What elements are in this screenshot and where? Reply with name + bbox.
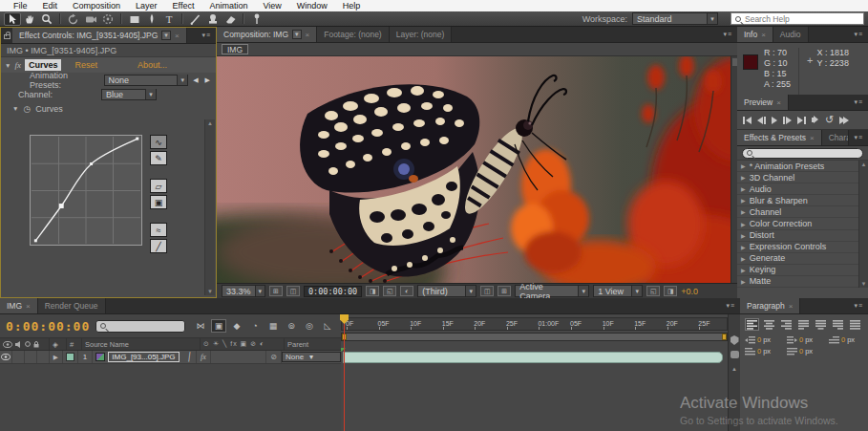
effects-list-scrollbar[interactable]: ▲ ▼	[858, 161, 868, 288]
menu-window[interactable]: Window	[289, 0, 335, 11]
safe-margins-icon[interactable]: ⊞	[269, 286, 283, 296]
comp-button-icon[interactable]	[730, 351, 739, 358]
graph-editor-icon[interactable]: ◺	[320, 319, 335, 333]
align-right-icon[interactable]	[779, 318, 794, 331]
tab-effect-controls[interactable]: Effect Controls: IMG_[9351-9405].JPG ▾ ×	[12, 28, 187, 43]
right-indent-field[interactable]: 0px	[787, 335, 829, 344]
comp-nav-chip[interactable]: IMG	[222, 44, 248, 54]
justify-last-right-icon[interactable]	[831, 318, 845, 331]
disclosure-closed-icon[interactable]: ▶	[741, 185, 746, 192]
menu-view[interactable]: View	[255, 0, 288, 11]
preset-prev-icon[interactable]: ◀	[193, 76, 200, 84]
category-blur-sharpen[interactable]: ▶Blur & Sharpen	[737, 195, 868, 206]
view-layout-select[interactable]: 1 View ▾	[593, 285, 643, 297]
selection-tool-icon[interactable]	[4, 12, 21, 26]
help-search-input[interactable]	[745, 14, 850, 24]
channel-select[interactable]: Blue ▾	[101, 89, 157, 100]
disclosure-closed-icon[interactable]: ▶	[741, 174, 746, 181]
time-ruler[interactable]: 0F 05F 10F 15F 20F 25F 01:00F 05F 10F 15…	[341, 317, 728, 331]
panel-menu-icon[interactable]: ▾≡	[718, 27, 737, 42]
menu-edit[interactable]: Edit	[35, 0, 66, 11]
category-keying[interactable]: ▶Keying	[737, 265, 868, 276]
category-animation-presets[interactable]: ▶* Animation Presets	[737, 161, 868, 172]
panel-menu-icon[interactable]: ▾≡	[849, 95, 868, 110]
tab-dropdown-icon[interactable]: ▾	[161, 31, 171, 40]
frame-blending-icon[interactable]: ▦	[265, 319, 281, 333]
camera-select[interactable]: Active Camera ▾	[515, 285, 589, 297]
target-region-icon[interactable]: ◫	[480, 286, 494, 296]
hand-tool-icon[interactable]	[21, 12, 38, 26]
disclosure-open-icon[interactable]: ▼	[5, 62, 11, 69]
tab-dropdown-icon[interactable]: ▾	[292, 30, 302, 39]
panel-menu-icon[interactable]: ▾≡	[849, 130, 868, 145]
pen-tool-icon[interactable]	[143, 12, 160, 26]
first-frame-button[interactable]	[743, 114, 752, 126]
effect-controls-scrollbar[interactable]: ▲ ▼	[204, 119, 215, 295]
justify-last-left-icon[interactable]	[796, 318, 811, 331]
panel-menu-icon[interactable]: ▾≡	[849, 298, 868, 313]
disclosure-closed-icon[interactable]: ▶	[741, 267, 746, 273]
shy-layers-icon[interactable]: ◔	[247, 319, 263, 333]
eraser-tool-icon[interactable]	[222, 12, 239, 26]
layer-parent-select[interactable]: None▾	[282, 351, 341, 363]
first-line-indent-field[interactable]: 0px	[829, 335, 867, 344]
brush-tool-icon[interactable]	[187, 12, 204, 26]
tab-audio[interactable]: Audio	[773, 27, 809, 42]
layer-expander[interactable]: ▶	[50, 351, 63, 363]
reset-link[interactable]: Reset	[74, 60, 97, 70]
curve-tool-icon[interactable]: ∿	[150, 135, 167, 149]
scroll-up-icon[interactable]: ▲	[861, 162, 867, 167]
open-curve-icon[interactable]: ▱	[150, 179, 167, 193]
menu-file[interactable]: File	[6, 0, 35, 11]
audio-toggle-icon[interactable]	[812, 114, 819, 126]
transparency-grid-icon[interactable]: ⊞	[498, 286, 511, 296]
disclosure-open-icon[interactable]: ▼	[12, 105, 18, 112]
parent-pickwhip-icon[interactable]: ⊘	[266, 351, 282, 363]
smooth-curve-icon[interactable]: ≈	[150, 223, 167, 237]
menu-effect[interactable]: Effect	[165, 0, 202, 11]
strip-scroll-up-icon[interactable]: ▲	[729, 366, 740, 372]
scroll-down-icon[interactable]: ▼	[861, 281, 867, 287]
tab-preview[interactable]: Preview ×	[737, 95, 789, 110]
category-channel[interactable]: ▶Channel	[737, 206, 868, 218]
work-area-bar[interactable]	[341, 333, 728, 341]
layer-label-color[interactable]	[63, 351, 78, 363]
composition-viewer[interactable]	[217, 56, 737, 283]
animation-presets-select[interactable]: None ▾	[104, 75, 189, 86]
effects-search-box[interactable]	[742, 148, 863, 159]
comp-marker-icon[interactable]	[730, 335, 739, 345]
show-snapshot-icon[interactable]: ◱	[383, 286, 396, 296]
snapshot-icon[interactable]: ◨	[366, 286, 379, 296]
scroll-up-icon[interactable]: ▲	[207, 120, 213, 126]
comp-flowchart-icon[interactable]: ⋈	[193, 319, 208, 333]
category-expression-controls[interactable]: ▶Expression Controls	[737, 242, 868, 253]
label-column-header[interactable]: ◈	[50, 338, 67, 350]
loop-icon[interactable]: ↺	[825, 114, 834, 126]
align-left-icon[interactable]	[745, 318, 759, 331]
tab-close-icon[interactable]: ×	[26, 302, 31, 311]
fast-previews-icon[interactable]: ◨	[664, 286, 677, 296]
tab-close-icon[interactable]: ×	[761, 31, 766, 39]
last-frame-button[interactable]	[797, 114, 806, 126]
ram-preview-button[interactable]	[839, 114, 849, 126]
layer-lock-toggle[interactable]	[37, 351, 50, 363]
tab-close-icon[interactable]: ×	[306, 31, 310, 39]
panel-menu-icon[interactable]: ▾≡	[197, 28, 216, 43]
rectangle-tool-icon[interactable]	[126, 12, 143, 26]
switches-column-header[interactable]: ⊙ ☀ ╲ fx ▣ ⊘ ◐	[201, 338, 285, 350]
layer-quality-icon[interactable]: ╱	[183, 351, 197, 363]
category-audio[interactable]: ▶Audio	[737, 183, 868, 195]
time-ruler-area[interactable]: 0F 05F 10F 15F 20F 25F 01:00F 05F 10F 15…	[341, 314, 728, 431]
menu-help[interactable]: Help	[335, 0, 369, 11]
disclosure-closed-icon[interactable]: ▶	[741, 208, 746, 215]
tab-timeline-img[interactable]: IMG ×	[0, 298, 38, 313]
left-indent-field[interactable]: 0px	[745, 335, 787, 344]
about-link[interactable]: About...	[138, 60, 167, 70]
current-time-display[interactable]: 0:00:00:00	[6, 319, 90, 334]
tab-composition[interactable]: Composition: IMG ▾ ×	[217, 27, 317, 42]
layer-audio-toggle[interactable]	[12, 351, 25, 363]
menu-animation[interactable]: Animation	[201, 0, 255, 11]
tab-close-icon[interactable]: ×	[776, 98, 781, 107]
menu-composition[interactable]: Composition	[65, 0, 128, 11]
region-of-interest-icon[interactable]: ◫	[286, 286, 300, 296]
